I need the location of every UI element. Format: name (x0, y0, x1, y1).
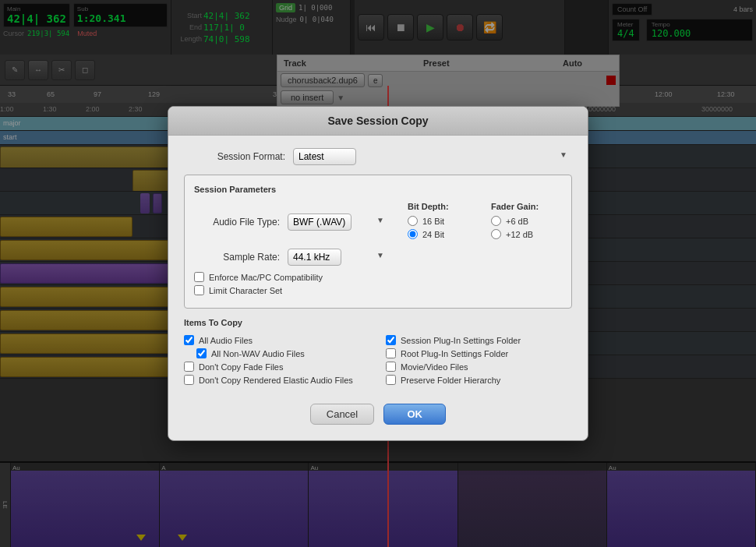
bit-24-row: 24 Bit (408, 229, 479, 239)
sample-rate-select[interactable]: 44.1 kHz 48 kHz 88.2 kHz 96 kHz 176.4 kH… (288, 249, 341, 266)
items-to-copy-title: Items To Copy (184, 318, 572, 327)
limit-charset-row: Limit Character Set (194, 285, 562, 295)
all-audio-label: All Audio Files (199, 336, 253, 345)
enforce-mac-row: Enforce Mac/PC Compatibility (194, 272, 562, 282)
items-right-col: Session Plug-In Settings Folder Root Plu… (386, 335, 572, 388)
preserve-folder-label: Preserve Folder Hierarchy (401, 376, 500, 385)
dont-copy-fade-checkbox[interactable] (184, 362, 194, 372)
fader-gain-section: Fader Gain: +6 dB +12 dB (491, 202, 562, 242)
limit-charset-checkbox[interactable] (194, 285, 204, 295)
audio-file-type-row: Audio File Type: BWF (.WAV) AIFF SD II B… (194, 202, 562, 242)
dialog-buttons: Cancel OK (184, 397, 572, 428)
bit-depth-title: Bit Depth: (408, 202, 479, 211)
bit-16-row: 16 Bit (408, 216, 479, 226)
audio-file-type-label: Audio File Type: (194, 217, 280, 228)
root-plugin-checkbox[interactable] (386, 348, 396, 358)
movie-video-checkbox[interactable] (386, 362, 396, 372)
items-two-col: All Audio Files All Non-WAV Audio Files … (184, 335, 572, 388)
session-plugin-label: Session Plug-In Settings Folder (401, 336, 521, 345)
sample-rate-label: Sample Rate: (194, 252, 280, 263)
preserve-folder-row: Preserve Folder Hierarchy (386, 375, 572, 385)
all-audio-row: All Audio Files (184, 335, 370, 345)
ok-button[interactable]: OK (383, 404, 446, 425)
all-non-wav-row: All Non-WAV Audio Files (184, 348, 370, 358)
session-plugin-checkbox[interactable] (386, 335, 396, 345)
movie-video-row: Movie/Video Files (386, 362, 572, 372)
session-format-row: Session Format: Latest Pro Tools 10 Pro … (184, 148, 572, 165)
sample-rate-wrapper: 44.1 kHz 48 kHz 88.2 kHz 96 kHz 176.4 kH… (288, 249, 389, 266)
root-plugin-label: Root Plug-In Settings Folder (401, 349, 508, 358)
enforce-mac-label: Enforce Mac/PC Compatibility (209, 273, 323, 282)
gain-6db-row: +6 dB (491, 216, 562, 226)
movie-video-label: Movie/Video Files (401, 362, 468, 372)
preserve-folder-checkbox[interactable] (386, 375, 396, 385)
dont-copy-rendered-label: Don't Copy Rendered Elastic Audio Files (199, 376, 353, 385)
all-non-wav-label: All Non-WAV Audio Files (211, 349, 305, 358)
dont-copy-rendered-checkbox[interactable] (184, 375, 194, 385)
dont-copy-fade-row: Don't Copy Fade Files (184, 362, 370, 372)
items-to-copy-section: Items To Copy All Audio Files All Non-WA… (184, 318, 572, 388)
sample-rate-row: Sample Rate: 44.1 kHz 48 kHz 88.2 kHz 96… (194, 249, 562, 266)
modal-overlay: Save Session Copy Session Format: Latest… (0, 0, 756, 547)
gain-12db-label: +12 dB (506, 230, 533, 239)
save-session-dialog: Save Session Copy Session Format: Latest… (168, 106, 588, 441)
gain-12db-radio[interactable] (491, 229, 501, 239)
bit-16-radio[interactable] (408, 216, 418, 226)
session-parameters-title: Session Parameters (194, 185, 562, 194)
fader-gain-title: Fader Gain: (491, 202, 562, 211)
root-plugin-row: Root Plug-In Settings Folder (386, 348, 572, 358)
gain-6db-label: +6 dB (506, 217, 528, 226)
bit-24-radio[interactable] (408, 229, 418, 239)
limit-charset-label: Limit Character Set (209, 286, 282, 295)
session-format-label: Session Format: (184, 151, 285, 162)
audio-file-type-wrapper: BWF (.WAV) AIFF SD II (288, 214, 389, 231)
items-left-col: All Audio Files All Non-WAV Audio Files … (184, 335, 370, 388)
session-plugin-row: Session Plug-In Settings Folder (386, 335, 572, 345)
dialog-title: Save Session Copy (168, 107, 588, 136)
bit-24-label: 24 Bit (422, 230, 444, 239)
gain-6db-radio[interactable] (491, 216, 501, 226)
dont-copy-rendered-row: Don't Copy Rendered Elastic Audio Files (184, 375, 370, 385)
session-format-wrapper: Latest Pro Tools 10 Pro Tools 9 Pro Tool… (293, 148, 572, 165)
all-non-wav-checkbox[interactable] (196, 348, 207, 358)
cancel-button[interactable]: Cancel (310, 404, 374, 425)
dont-copy-fade-label: Don't Copy Fade Files (199, 362, 283, 372)
bit-depth-section: Bit Depth: 16 Bit 24 Bit (408, 202, 479, 242)
all-audio-checkbox[interactable] (184, 335, 194, 345)
enforce-mac-checkbox[interactable] (194, 272, 204, 282)
session-format-select[interactable]: Latest Pro Tools 10 Pro Tools 9 Pro Tool… (293, 148, 356, 165)
gain-12db-row: +12 dB (491, 229, 562, 239)
audio-file-type-select[interactable]: BWF (.WAV) AIFF SD II (288, 214, 352, 231)
dialog-body: Session Format: Latest Pro Tools 10 Pro … (168, 136, 588, 440)
session-parameters-box: Session Parameters Audio File Type: BWF … (184, 175, 572, 309)
bit-16-label: 16 Bit (422, 217, 444, 226)
